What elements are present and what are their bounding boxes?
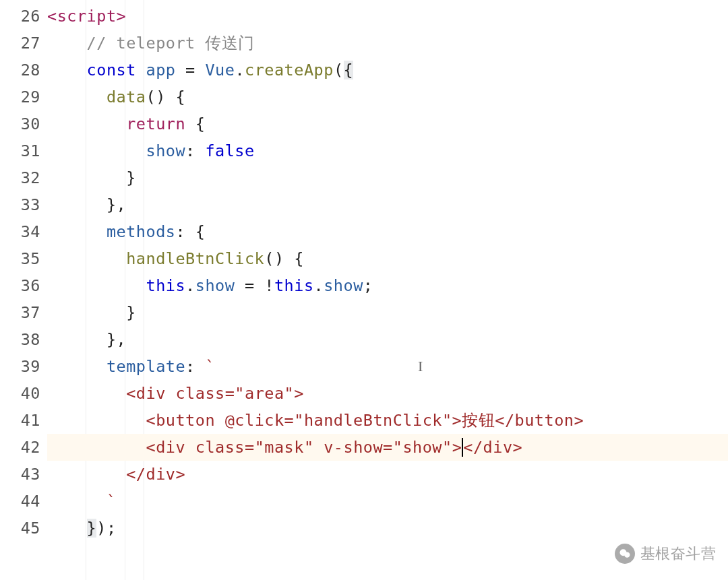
operator-not: ! [264, 276, 274, 295]
code-line[interactable]: this.show = !this.show; [47, 272, 728, 299]
property-show: show [195, 276, 235, 295]
backtick: ` [205, 357, 215, 376]
code-line[interactable]: data() { [47, 84, 728, 110]
method-createapp: createApp [245, 61, 334, 79]
code-line[interactable]: ` [47, 488, 728, 515]
code-line-active[interactable]: <div class="mask" v-show="show"></div> [47, 434, 728, 461]
tag-bracket: < [146, 411, 156, 430]
text-node: 按钮 [462, 411, 495, 430]
attr-value: "handleBtnClick" [294, 411, 452, 430]
dot: . [235, 61, 245, 79]
tag-div: div [156, 438, 185, 457]
space [314, 438, 324, 457]
code-content[interactable]: <script> // teleport 传送门 const app = Vue… [47, 0, 728, 580]
brace-close-highlighted: } [87, 519, 97, 538]
line-number: 32 [0, 164, 40, 191]
line-number: 33 [0, 191, 40, 218]
attr-class: class [175, 384, 224, 403]
keyword-return: return [126, 115, 185, 133]
literal-false: false [205, 141, 254, 160]
line-number: 26 [0, 3, 40, 30]
property-methods: methods [107, 222, 176, 241]
code-line[interactable]: <script> [47, 3, 728, 30]
paren-close: ) [96, 519, 107, 538]
tag-bracket: </ [495, 411, 514, 430]
eq: = [284, 411, 295, 430]
tag-bracket: > [513, 438, 523, 457]
comment-text: teleport 传送门 [107, 34, 255, 53]
attr-value: "area" [235, 384, 294, 403]
brace: { [195, 115, 206, 133]
space [166, 384, 176, 403]
tag-button: button [515, 411, 574, 430]
tag-name: script [57, 7, 117, 26]
wechat-watermark: 基根奋斗营 [615, 544, 717, 564]
code-line[interactable]: methods: { [47, 218, 728, 245]
semicolon: ; [363, 276, 373, 295]
parens: () [264, 249, 284, 268]
dot: . [185, 276, 195, 295]
code-line[interactable]: show: false [47, 137, 728, 164]
brace: { [175, 88, 185, 106]
operator-assign: = [185, 61, 195, 79]
tag-div: div [146, 465, 175, 484]
brace: { [294, 249, 304, 268]
colon: : [175, 222, 185, 241]
paren-open: ( [334, 61, 344, 79]
code-line[interactable]: const app = Vue.createApp({ [47, 57, 728, 84]
eq: = [245, 438, 255, 457]
svg-point-1 [624, 552, 630, 558]
comment-slashes: // [87, 34, 107, 53]
code-line[interactable]: // teleport 传送门 [47, 30, 728, 57]
eq: = [225, 384, 235, 403]
brace: } [126, 168, 136, 187]
property-show: show [324, 276, 363, 295]
brace: } [126, 303, 136, 322]
line-number: 38 [0, 326, 40, 353]
code-line[interactable]: <button @click="handleBtnClick">按钮</butt… [47, 407, 728, 434]
code-line[interactable]: }, [47, 326, 728, 353]
line-number: 27 [0, 30, 40, 57]
line-number: 43 [0, 461, 40, 488]
line-number: 30 [0, 110, 40, 137]
brace: { [195, 222, 206, 241]
line-number: 40 [0, 380, 40, 407]
keyword-const: const [87, 61, 136, 79]
attr-click: @click [225, 411, 284, 430]
ibeam-cursor-icon: I [418, 353, 423, 380]
code-line[interactable]: } [47, 299, 728, 326]
property-show: show [146, 141, 185, 160]
semicolon: ; [107, 519, 117, 538]
brace-comma: }, [107, 330, 126, 349]
code-line[interactable]: return { [47, 110, 728, 137]
operator-assign: = [245, 276, 255, 295]
code-line[interactable]: }, [47, 191, 728, 218]
identifier-app: app [146, 61, 176, 79]
dot: . [314, 276, 324, 295]
watermark-text: 基根奋斗营 [640, 544, 717, 564]
code-line[interactable]: </div> [47, 461, 728, 488]
tag-bracket: > [117, 7, 127, 26]
property-template: template [107, 357, 185, 376]
code-line[interactable]: handleBtnClick() { [47, 245, 728, 272]
brace-comma: }, [107, 195, 126, 214]
brace-open-highlighted: { [344, 61, 354, 79]
line-number-gutter: 2627282930313233343536373839404142434445 [0, 0, 47, 580]
method-data: data [107, 88, 146, 106]
code-editor[interactable]: 2627282930313233343536373839404142434445… [0, 0, 728, 580]
code-line[interactable]: <div class="area"> [47, 380, 728, 407]
keyword-this: this [146, 276, 185, 295]
line-number: 39 [0, 353, 40, 380]
tag-button: button [156, 411, 215, 430]
code-line[interactable]: template: `I [47, 353, 728, 380]
tag-bracket: < [126, 384, 136, 403]
code-line[interactable]: }); [47, 515, 728, 542]
tag-bracket: < [146, 438, 156, 457]
tag-bracket: </ [126, 465, 146, 484]
code-line[interactable]: } [47, 164, 728, 191]
space [215, 411, 225, 430]
tag-bracket: > [175, 465, 185, 484]
tag-bracket: < [47, 7, 57, 26]
parens: () [146, 88, 165, 106]
attr-class: class [195, 438, 245, 457]
